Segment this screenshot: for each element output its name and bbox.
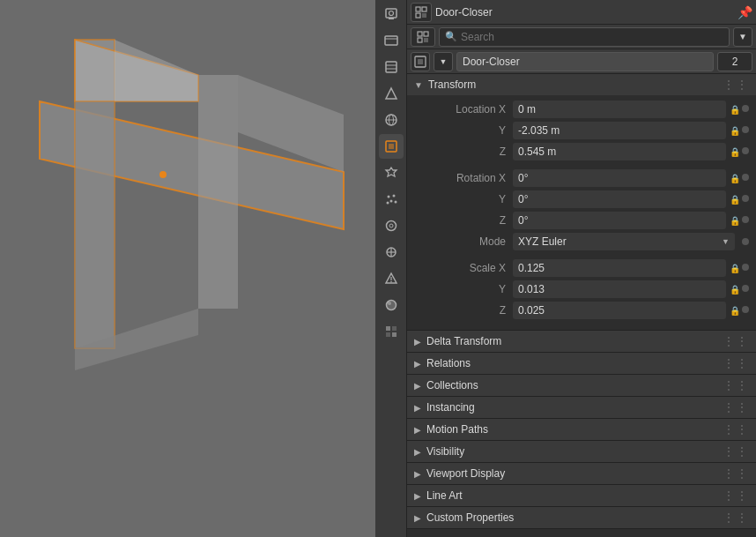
- texture-icon[interactable]: [379, 319, 404, 344]
- scene-icon[interactable]: [379, 81, 404, 106]
- scale-x-keyframe-dot[interactable]: [742, 264, 749, 271]
- transform-arrow: ▼: [414, 80, 423, 90]
- rotation-y-field[interactable]: 0°: [513, 190, 726, 208]
- delta-transform-label: Delta Transform: [426, 335, 501, 347]
- particles-icon[interactable]: [379, 187, 404, 212]
- rotation-z-lock-icon[interactable]: 🔒: [730, 216, 740, 226]
- location-y-row: Y -2.035 m 🔒: [407, 120, 756, 141]
- collections-options[interactable]: ⋮⋮: [723, 378, 749, 392]
- location-z-keyframe-dot[interactable]: [742, 147, 749, 154]
- location-x-row: Location X 0 m 🔒: [407, 99, 756, 120]
- line-art-header[interactable]: ▶ Line Art ⋮⋮: [407, 485, 756, 506]
- object-type-icon[interactable]: [411, 52, 430, 71]
- location-x-field[interactable]: 0 m: [513, 101, 726, 118]
- location-y-label: Y: [442, 124, 513, 137]
- location-y-lock-icon[interactable]: 🔒: [730, 126, 740, 136]
- rotation-y-keyframe-dot[interactable]: [742, 195, 749, 202]
- custom-properties-header[interactable]: ▶ Custom Properties ⋮⋮: [407, 507, 756, 528]
- location-x-keyframe-dot[interactable]: [742, 105, 749, 112]
- object-dropdown-icon[interactable]: ▼: [434, 52, 453, 71]
- rotation-mode-dot[interactable]: [742, 238, 749, 245]
- scale-y-keyframe-dot[interactable]: [742, 285, 749, 292]
- transform-section-content: Location X 0 m 🔒 Y -2.0: [407, 95, 756, 330]
- collections-label: Collections: [426, 379, 478, 392]
- scale-z-field[interactable]: 0.025: [513, 302, 726, 319]
- rotation-x-field[interactable]: 0°: [513, 169, 726, 187]
- physics-icon[interactable]: [379, 213, 404, 238]
- location-y-field[interactable]: -2.035 m: [513, 122, 726, 139]
- motion-paths-options[interactable]: ⋮⋮: [723, 422, 749, 436]
- rotation-x-value-wrap: 0° 🔒: [513, 169, 749, 187]
- delta-transform-header[interactable]: ▶ Delta Transform ⋮⋮: [407, 331, 756, 352]
- rotation-mode-arrow: ▼: [722, 237, 730, 246]
- rotation-y-lock-icon[interactable]: 🔒: [730, 195, 740, 205]
- output-icon[interactable]: [379, 28, 404, 53]
- rotation-x-icons: 🔒: [730, 174, 749, 183]
- location-z-lock-icon[interactable]: 🔒: [730, 147, 740, 157]
- svg-point-36: [390, 281, 392, 283]
- scale-z-lock-icon[interactable]: 🔒: [730, 306, 740, 316]
- scale-y-field[interactable]: 0.013: [513, 280, 726, 298]
- svg-rect-48: [418, 32, 422, 36]
- relations-header[interactable]: ▶ Relations ⋮⋮: [407, 353, 756, 374]
- transform-section-options[interactable]: ⋮⋮: [723, 78, 749, 92]
- motion-paths-header[interactable]: ▶ Motion Paths ⋮⋮: [407, 419, 756, 440]
- visibility-options[interactable]: ⋮⋮: [723, 444, 749, 459]
- header-menu-button[interactable]: [411, 3, 432, 22]
- scale-z-keyframe-dot[interactable]: [742, 306, 749, 313]
- svg-rect-44: [416, 7, 420, 11]
- svg-rect-23: [389, 144, 394, 149]
- instancing-options[interactable]: ⋮⋮: [723, 400, 749, 414]
- custom-properties-options[interactable]: ⋮⋮: [723, 511, 749, 525]
- location-z-value-wrap: 0.545 m 🔒: [513, 143, 749, 160]
- rotation-z-field[interactable]: 0°: [513, 212, 726, 229]
- scale-x-label: Scale X: [442, 262, 513, 274]
- data-icon[interactable]: [379, 266, 404, 291]
- properties-content: Door-Closer 📌 🔍 ▼ ▼ Door-Closer 2: [407, 0, 756, 537]
- instancing-label: Instancing: [426, 401, 475, 414]
- relations-options[interactable]: ⋮⋮: [723, 356, 749, 370]
- scale-x-field[interactable]: 0.125: [513, 259, 726, 277]
- relations-arrow: ▶: [414, 359, 421, 369]
- material-icon[interactable]: [379, 293, 404, 317]
- search-end-dropdown[interactable]: ▼: [733, 27, 752, 47]
- delta-transform-options[interactable]: ⋮⋮: [723, 334, 749, 348]
- svg-rect-45: [422, 7, 426, 11]
- scale-x-lock-icon[interactable]: 🔒: [730, 264, 740, 273]
- line-art-options[interactable]: ⋮⋮: [723, 489, 749, 503]
- transform-section-header[interactable]: ▼ Transform ⋮⋮: [407, 74, 756, 95]
- modifier-icon[interactable]: [379, 160, 404, 185]
- viewport-display-header[interactable]: ▶ Viewport Display ⋮⋮: [407, 463, 756, 484]
- svg-marker-3: [198, 75, 238, 309]
- collections-header[interactable]: ▶ Collections ⋮⋮: [407, 375, 756, 396]
- object-name-field[interactable]: Door-Closer: [456, 52, 714, 71]
- properties-panel: Door-Closer 📌 🔍 ▼ ▼ Door-Closer 2: [375, 0, 756, 537]
- collections-arrow: ▶: [414, 381, 421, 391]
- search-input[interactable]: [461, 31, 723, 43]
- location-y-keyframe-dot[interactable]: [742, 126, 749, 133]
- constraints-icon[interactable]: [379, 240, 404, 265]
- viewport-display-options[interactable]: ⋮⋮: [723, 466, 749, 481]
- rotation-x-lock-icon[interactable]: 🔒: [730, 174, 740, 183]
- object-properties-icon[interactable]: [379, 134, 404, 159]
- svg-rect-15: [386, 62, 397, 72]
- instancing-header[interactable]: ▶ Instancing ⋮⋮: [407, 397, 756, 418]
- viewport-3d[interactable]: [0, 0, 375, 537]
- render-icon[interactable]: [379, 2, 404, 26]
- visibility-header[interactable]: ▶ Visibility ⋮⋮: [407, 441, 756, 462]
- rotation-z-keyframe-dot[interactable]: [742, 216, 749, 223]
- location-z-field[interactable]: 0.545 m: [513, 143, 726, 160]
- search-type-dropdown[interactable]: [411, 27, 435, 47]
- location-x-icons: 🔒: [730, 105, 749, 115]
- svg-rect-47: [422, 13, 426, 18]
- panel-body: ▼ Transform ⋮⋮ Location X 0 m 🔒: [407, 74, 756, 537]
- location-x-lock-icon[interactable]: 🔒: [730, 105, 740, 115]
- scale-y-lock-icon[interactable]: 🔒: [730, 285, 740, 295]
- view-layer-icon[interactable]: [379, 55, 404, 79]
- rotation-mode-dropdown[interactable]: XYZ Euler ▼: [513, 233, 735, 250]
- world-icon[interactable]: [379, 108, 404, 132]
- rotation-x-keyframe-dot[interactable]: [742, 174, 749, 181]
- svg-point-26: [389, 200, 392, 203]
- rotation-z-label: Z: [442, 214, 513, 227]
- pin-icon[interactable]: 📌: [737, 5, 752, 19]
